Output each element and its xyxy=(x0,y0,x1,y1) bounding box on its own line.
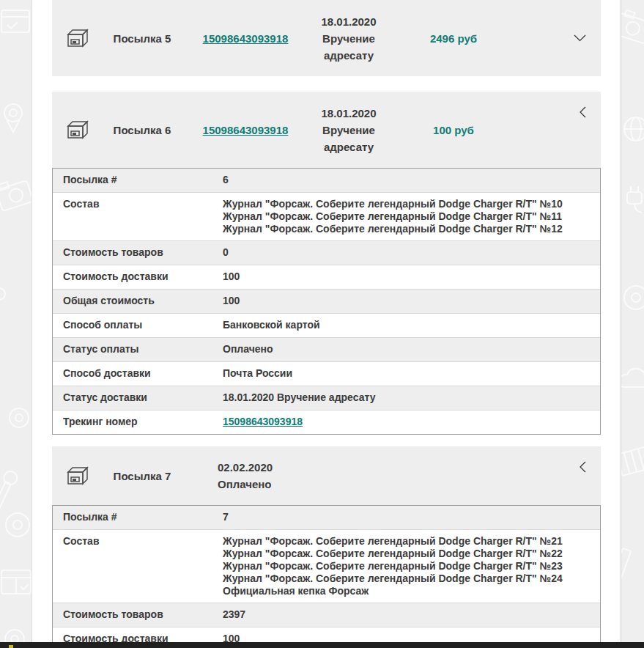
parcel-status: 18.01.2020 Вручение адресату xyxy=(321,105,376,155)
parcel-price: 2496 руб xyxy=(430,32,477,45)
parcel-7-header[interactable]: Посылка 7 02.02.2020 Оплачено xyxy=(52,446,601,505)
parcel-5-header[interactable]: Посылка 5 15098643093918 18.01.2020 Вруч… xyxy=(52,0,601,76)
detail-row: Посылка # 7 xyxy=(53,506,600,529)
detail-row: Стоимость товаров 2397 xyxy=(53,603,600,627)
chevron-left-icon[interactable] xyxy=(580,461,586,473)
parcel-7-details: Посылка # 7 Состав Журнал "Форсаж. Собер… xyxy=(52,505,601,648)
detail-row: Состав Журнал "Форсаж. Соберите легендар… xyxy=(53,529,600,603)
package-icon xyxy=(66,119,89,140)
tracking-link[interactable]: 15098643093918 xyxy=(203,32,289,45)
detail-row: Трекинг номер 15098643093918 xyxy=(53,410,600,434)
detail-value-lines: Журнал "Форсаж. Соберите легендарный Dod… xyxy=(223,535,600,597)
detail-row: Способ оплаты Банковской картой xyxy=(53,313,600,337)
parcel-status: 02.02.2020 Оплачено xyxy=(181,459,273,493)
parcel-card-7: Посылка 7 02.02.2020 Оплачено Посылка # … xyxy=(52,446,601,648)
detail-row: Состав Журнал "Форсаж. Соберите легендар… xyxy=(53,192,600,240)
detail-row: Посылка # 6 xyxy=(53,169,600,192)
parcel-price: 100 руб xyxy=(433,124,474,136)
detail-row: Статус оплаты Оплачено xyxy=(53,337,600,361)
detail-row: Общая стоимость 100 xyxy=(53,289,600,313)
parcel-title: Посылка 5 xyxy=(114,32,171,45)
parcel-title: Посылка 7 xyxy=(114,470,171,482)
tracking-link[interactable]: 15098643093918 xyxy=(223,416,303,427)
package-icon xyxy=(66,465,89,486)
parcel-card-6: Посылка 6 15098643093918 18.01.2020 Вруч… xyxy=(52,92,601,435)
tracking-cell: 15098643093918 xyxy=(223,416,600,428)
footer-bar xyxy=(0,642,644,648)
package-icon xyxy=(66,28,89,48)
parcel-6-details: Посылка # 6 Состав Журнал "Форсаж. Собер… xyxy=(52,168,601,435)
chevron-left-icon[interactable] xyxy=(580,106,586,118)
detail-row: Статус доставки 18.01.2020 Вручение адре… xyxy=(53,386,600,410)
chevron-down-icon[interactable] xyxy=(574,34,586,42)
tracking-link[interactable]: 15098643093918 xyxy=(203,124,289,136)
parcel-title: Посылка 6 xyxy=(114,124,171,136)
parcel-6-header[interactable]: Посылка 6 15098643093918 18.01.2020 Вруч… xyxy=(52,92,601,168)
detail-row: Способ доставки Почта России xyxy=(53,361,600,386)
detail-row: Стоимость товаров 0 xyxy=(53,240,600,265)
content-container: Посылка 5 15098643093918 18.01.2020 Вруч… xyxy=(32,0,621,648)
footer-accent-dot xyxy=(9,645,13,648)
parcel-card-5: Посылка 5 15098643093918 18.01.2020 Вруч… xyxy=(52,0,601,76)
parcel-status: 18.01.2020 Вручение адресату xyxy=(321,13,376,64)
detail-row: Стоимость доставки 100 xyxy=(53,265,600,289)
detail-value-lines: Журнал "Форсаж. Соберите легендарный Dod… xyxy=(223,198,600,235)
